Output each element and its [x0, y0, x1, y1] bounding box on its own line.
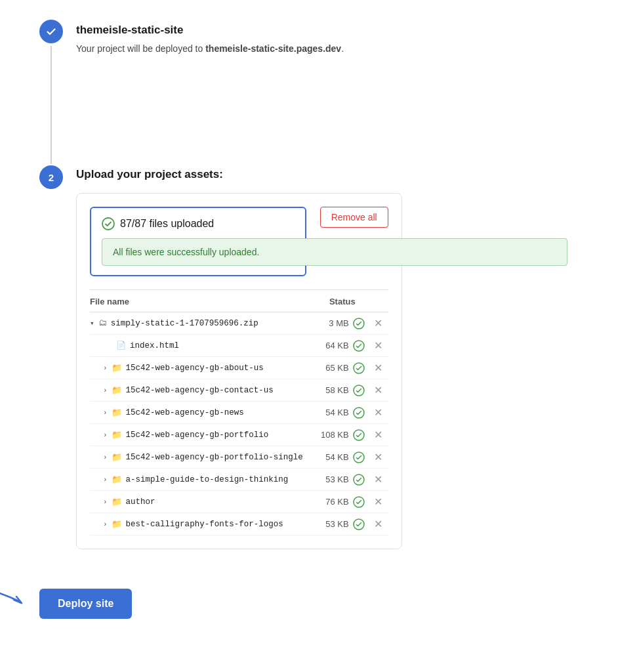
table-row: ▾ 🗂 simply-static-1-1707959696.zip 3 MB: [90, 312, 388, 335]
step2-title: Upload your project assets:: [76, 168, 402, 181]
chevron-right-icon[interactable]: ›: [103, 498, 108, 506]
folder-icon: 📁: [112, 452, 122, 463]
step1-subtitle-suffix: .: [341, 43, 344, 54]
step2-content: Upload your project assets: 87/87 files …: [76, 164, 402, 549]
file-remove-button[interactable]: ✕: [369, 451, 388, 463]
file-status-cell: [349, 407, 369, 419]
step1-title: themeisle-static-site: [76, 24, 344, 37]
file-status-cell: [349, 474, 369, 486]
step1-connector-line: [51, 46, 52, 164]
chevron-right-icon[interactable]: ›: [103, 409, 108, 417]
file-status-cell: [349, 340, 369, 352]
file-table-header: File name Status: [90, 290, 388, 312]
file-name-cell: 📄 index.html: [103, 341, 303, 350]
table-row: › 📁 15c42-web-agency-gb-portfolio-single…: [90, 446, 388, 469]
table-row: › 📁 15c42-web-agency-gb-news 54 KB: [90, 402, 388, 424]
deploy-area: Deploy site: [39, 589, 138, 619]
file-name-text: a-simple-guide-to-design-thinking: [126, 475, 289, 484]
col-filename-header: File name: [90, 297, 297, 306]
file-table: File name Status ▾ 🗂 simply-static-1-170…: [90, 289, 388, 536]
step1-subtitle-prefix: Your project will be deployed to: [76, 43, 205, 54]
status-ok-icon: [353, 452, 365, 463]
chevron-right-icon[interactable]: ›: [103, 453, 108, 461]
file-name-cell: › 📁 15c42-web-agency-gb-portfolio: [103, 430, 303, 440]
step1-subtitle: Your project will be deployed to themeis…: [76, 43, 344, 54]
file-status-cell: [349, 362, 369, 374]
file-name-cell: › 📁 15c42-web-agency-gb-news: [103, 408, 303, 418]
file-size-cell: 108 KB: [303, 430, 349, 440]
file-size-cell: 3 MB: [303, 318, 349, 328]
chevron-down-icon[interactable]: ▾: [90, 319, 94, 327]
folder-icon: 📁: [112, 430, 122, 440]
upload-box: 87/87 files uploaded All files were succ…: [76, 193, 402, 549]
file-name-text: author: [126, 497, 155, 507]
file-name-text: 15c42-web-agency-gb-portfolio: [126, 430, 269, 440]
deploy-arrow-icon: [0, 577, 60, 610]
chevron-right-icon[interactable]: ›: [103, 520, 108, 528]
chevron-right-icon[interactable]: ›: [103, 387, 108, 394]
file-status-cell: [349, 429, 369, 441]
step1-domain: themeisle-static-site.pages.dev: [205, 43, 341, 54]
step2-number-circle: 2: [39, 165, 63, 189]
file-status-cell: [349, 452, 369, 463]
status-ok-icon: [353, 474, 365, 486]
table-row: › 📁 a-simple-guide-to-design-thinking 53…: [90, 469, 388, 491]
status-ok-icon: [353, 429, 365, 441]
step1-content: themeisle-static-site Your project will …: [76, 20, 344, 54]
file-remove-button[interactable]: ✕: [369, 406, 388, 419]
step2-indicator: 2: [39, 164, 63, 189]
file-size-cell: 54 KB: [303, 408, 349, 417]
file-name-cell: › 📁 15c42-web-agency-gb-contact-us: [103, 385, 303, 396]
file-size-cell: 53 KB: [303, 474, 349, 484]
file-doc-icon: 📄: [116, 341, 126, 350]
file-remove-button[interactable]: ✕: [369, 384, 388, 396]
file-size-cell: 54 KB: [303, 452, 349, 462]
table-row: › 📁 15c42-web-agency-gb-about-us 65 KB: [90, 357, 388, 379]
table-row: › 📁 15c42-web-agency-gb-contact-us 58 KB: [90, 379, 388, 402]
file-remove-button[interactable]: ✕: [369, 429, 388, 441]
step1-check-circle: [39, 20, 63, 43]
success-message: All files were successfully uploaded.: [113, 247, 259, 257]
file-name-cell: ▾ 🗂 simply-static-1-1707959696.zip: [90, 318, 303, 328]
files-uploaded-section: 87/87 files uploaded All files were succ…: [90, 207, 306, 276]
svg-point-0: [102, 218, 114, 230]
file-name-cell: › 📁 15c42-web-agency-gb-portfolio-single: [103, 452, 303, 463]
files-uploaded-check-icon: [102, 217, 115, 230]
file-name-text: 15c42-web-agency-gb-about-us: [126, 364, 264, 373]
file-remove-button[interactable]: ✕: [369, 518, 388, 530]
folder-icon: 📁: [112, 385, 122, 396]
chevron-right-icon[interactable]: ›: [103, 431, 108, 439]
file-size-cell: 64 KB: [303, 341, 349, 350]
file-status-cell: [349, 518, 369, 530]
file-status-cell: [349, 318, 369, 329]
chevron-right-icon[interactable]: ›: [103, 364, 108, 372]
file-name-text: index.html: [130, 341, 179, 350]
file-remove-button[interactable]: ✕: [369, 317, 388, 329]
chevron-right-icon[interactable]: ›: [103, 476, 108, 484]
status-ok-icon: [353, 385, 365, 396]
step1-indicator: [39, 20, 63, 164]
table-row: › 📁 best-calligraphy-fonts-for-logos 53 …: [90, 513, 388, 536]
file-size-cell: 76 KB: [303, 497, 349, 507]
file-size-cell: 65 KB: [303, 363, 349, 373]
table-row: 📄 index.html 64 KB ✕: [90, 335, 388, 357]
file-name-text: best-calligraphy-fonts-for-logos: [126, 520, 283, 529]
remove-all-button[interactable]: Remove all: [320, 207, 388, 228]
step1-row: themeisle-static-site Your project will …: [39, 20, 344, 164]
file-name-cell: › 📁 a-simple-guide-to-design-thinking: [103, 474, 303, 485]
folder-icon: 📁: [112, 363, 122, 373]
file-remove-button[interactable]: ✕: [369, 473, 388, 486]
file-remove-button[interactable]: ✕: [369, 362, 388, 374]
folder-icon: 🗂: [98, 318, 107, 328]
status-ok-icon: [353, 496, 365, 508]
file-remove-button[interactable]: ✕: [369, 495, 388, 508]
file-size-cell: 53 KB: [303, 519, 349, 529]
file-size-cell: 58 KB: [303, 385, 349, 395]
status-ok-icon: [353, 340, 365, 352]
status-ok-icon: [353, 518, 365, 530]
file-remove-button[interactable]: ✕: [369, 339, 388, 352]
file-name-text: 15c42-web-agency-gb-contact-us: [126, 386, 274, 395]
wizard-container: themeisle-static-site Your project will …: [39, 20, 598, 619]
file-list-scroll[interactable]: ▾ 🗂 simply-static-1-1707959696.zip 3 MB: [90, 312, 388, 536]
file-name-text: simply-static-1-1707959696.zip: [111, 319, 258, 328]
